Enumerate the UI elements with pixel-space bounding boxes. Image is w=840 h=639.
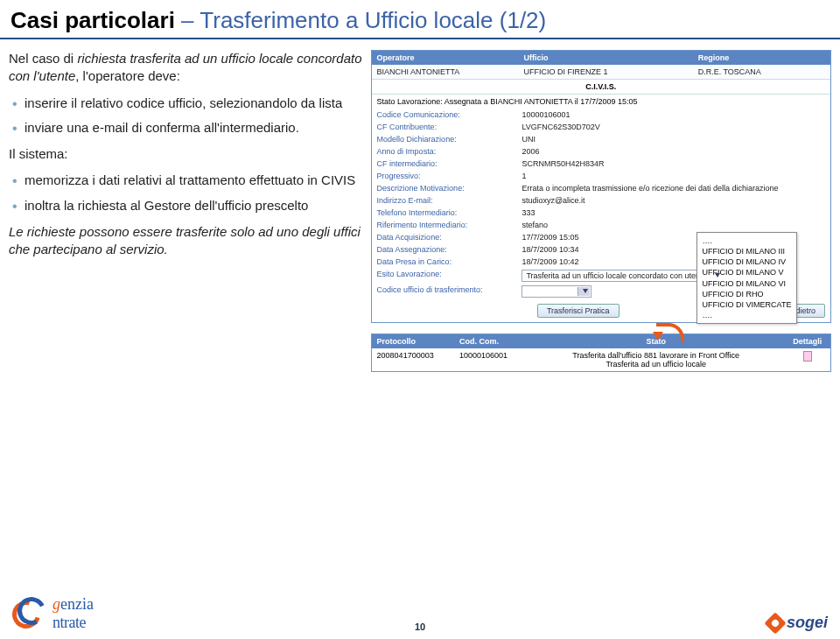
kv-val: Errata o incompleta trasmissione e/o ric… <box>518 182 830 194</box>
chevron-down-icon <box>583 289 588 293</box>
sogei-icon <box>764 612 786 634</box>
title-bold: Casi particolari <box>10 7 175 33</box>
system-bullets: memorizza i dati relativi al trattamento… <box>9 172 362 214</box>
dropdown-item[interactable]: UFFICIO DI MILANO III <box>703 246 792 256</box>
civis-heading: C.I.V.I.S. <box>372 79 830 95</box>
row-stato: Trasferita dall'ufficio 881 lavorare in … <box>528 348 785 371</box>
list-item: memorizza i dati relativi al trattamento… <box>9 172 362 189</box>
panel-header-row: Operatore Ufficio Regione <box>372 51 830 65</box>
esito-value: Trasferita ad un ufficio locale concorda… <box>526 271 706 280</box>
kv-key: CF Contribuente: <box>372 121 519 133</box>
kv-val: stefano <box>518 219 830 231</box>
kv-val: 10000106001 <box>518 109 830 121</box>
ae-g: g <box>52 595 60 613</box>
stato-line-2: Trasferita ad un ufficio locale <box>533 360 780 369</box>
dropdown-item[interactable]: UFFICIO DI VIMERCATE <box>703 299 792 310</box>
dropdown-item: …. <box>703 235 792 246</box>
codice-ufficio-select[interactable] <box>522 285 592 298</box>
right-screenshot-column: Operatore Ufficio Regione BIANCHI ANTONI… <box>371 50 831 372</box>
dropdown-item[interactable]: UFFICIO DI MILANO IV <box>703 256 792 267</box>
ae-enzia: enzia <box>60 595 94 613</box>
kv-val: 1 <box>518 170 830 182</box>
trasferisci-button[interactable]: Trasferisci Pratica <box>537 304 620 318</box>
kv-val: LVGFNC62S30D702V <box>518 121 830 133</box>
val-operatore: BIANCHI ANTONIETTA <box>372 65 519 79</box>
val-ufficio: UFFICIO DI FIRENZE 1 <box>518 65 692 79</box>
kv-val: SCRNMR50H42H834R <box>518 158 830 170</box>
kv-key: Data Presa in Carico: <box>372 256 519 268</box>
codice-ufficio-value <box>526 287 528 296</box>
kv-key: Modello Dichiarazione: <box>372 133 519 145</box>
hdr-cod-com: Cod. Com. <box>454 334 528 348</box>
agenzia-entrate-logo: genzia ntrate <box>12 595 94 632</box>
ae-rings-icon <box>12 597 52 632</box>
esito-label: Esito Lavorazione: <box>372 268 519 284</box>
row-protocollo: 2008041700003 <box>372 348 454 371</box>
kv-key: Data Acquisizione: <box>372 231 519 243</box>
slide-title: Casi particolari – Trasferimento a Uffic… <box>10 7 830 34</box>
intro-post: , l'operatore deve: <box>75 68 180 83</box>
row-cod-com: 10000106001 <box>454 348 528 371</box>
hdr-regione: Regione <box>693 51 830 65</box>
outro-paragraph: Le richieste possono essere trasferite s… <box>9 223 362 259</box>
stato-line-1: Trasferita dall'ufficio 881 lavorare in … <box>533 351 780 360</box>
stato-lavorazione: Stato Lavorazione: Assegnata a BIANCHI A… <box>372 95 830 109</box>
list-item: inviare una e-mail di conferma all'inter… <box>9 119 362 137</box>
kv-val: UNI <box>518 133 830 145</box>
slide-footer: genzia ntrate 10 sogei <box>0 595 840 632</box>
kv-key: Progressivo: <box>372 170 519 182</box>
kv-key: CF intermediario: <box>372 158 519 170</box>
detail-icon <box>803 351 812 362</box>
office-dropdown-popup: …. UFFICIO DI MILANO III UFFICIO DI MILA… <box>696 232 798 324</box>
kv-key: Anno di Imposta: <box>372 145 519 158</box>
kv-val: 333 <box>518 207 830 219</box>
protocol-table: Protocollo Cod. Com. Stato Dettagli 2008… <box>371 334 831 372</box>
kv-key: Descrizione Motivazione: <box>372 182 519 194</box>
kv-val: studioxyz@alice.it <box>518 194 830 207</box>
hdr-protocollo: Protocollo <box>372 334 454 348</box>
title-rest: – Trasferimento a Ufficio locale (1/2) <box>181 7 546 33</box>
kv-key: Telefono Intermediario: <box>372 207 519 219</box>
hdr-ufficio: Ufficio <box>518 51 692 65</box>
ae-sub: ntrate <box>52 614 94 632</box>
sistema-label: Il sistema: <box>9 145 362 163</box>
val-regione: D.R.E. TOSCANA <box>693 65 830 79</box>
kv-key: Codice Comunicazione: <box>372 109 519 121</box>
kv-val: 2006 <box>518 145 830 158</box>
sogei-logo: sogei <box>767 614 828 632</box>
hdr-operatore: Operatore <box>372 51 519 65</box>
codice-ufficio-label: Codice ufficio di trasferimento: <box>372 284 519 299</box>
dropdown-item[interactable]: UFFICIO DI MILANO VI <box>703 278 792 289</box>
page-number: 10 <box>415 621 425 632</box>
hdr-dettagli: Dettagli <box>785 334 830 348</box>
protocol-table-header: Protocollo Cod. Com. Stato Dettagli <box>372 334 830 348</box>
slide-title-bar: Casi particolari – Trasferimento a Uffic… <box>0 0 840 39</box>
operator-bullets: inserire il relativo codice ufficio, sel… <box>9 95 362 137</box>
table-row: 2008041700003 10000106001 Trasferita dal… <box>372 348 830 371</box>
intro-paragraph: Nel caso di richiesta trasferita ad un u… <box>9 50 362 86</box>
dropdown-item: …. <box>703 310 792 320</box>
row-dettagli[interactable] <box>785 348 830 371</box>
kv-key: Data Assegnazione: <box>372 243 519 256</box>
kv-key: Indirizzo E-mail: <box>372 194 519 207</box>
panel-value-row: BIANCHI ANTONIETTA UFFICIO DI FIRENZE 1 … <box>372 65 830 79</box>
chevron-down-icon <box>715 273 720 277</box>
sogei-text: sogei <box>787 614 828 632</box>
kv-key: Riferimento Intermediario: <box>372 219 519 231</box>
dropdown-item[interactable]: UFFICIO DI RHO <box>703 289 792 299</box>
list-item: inserire il relativo codice ufficio, sel… <box>9 95 362 112</box>
intro-pre: Nel caso di <box>9 51 77 66</box>
esito-select[interactable]: Trasferita ad un ufficio locale concorda… <box>522 270 723 282</box>
list-item: inoltra la richiesta al Gestore dell'uff… <box>9 197 362 214</box>
annotation-arrow-icon <box>648 323 691 349</box>
left-text-column: Nel caso di richiesta trasferita ad un u… <box>9 50 371 372</box>
